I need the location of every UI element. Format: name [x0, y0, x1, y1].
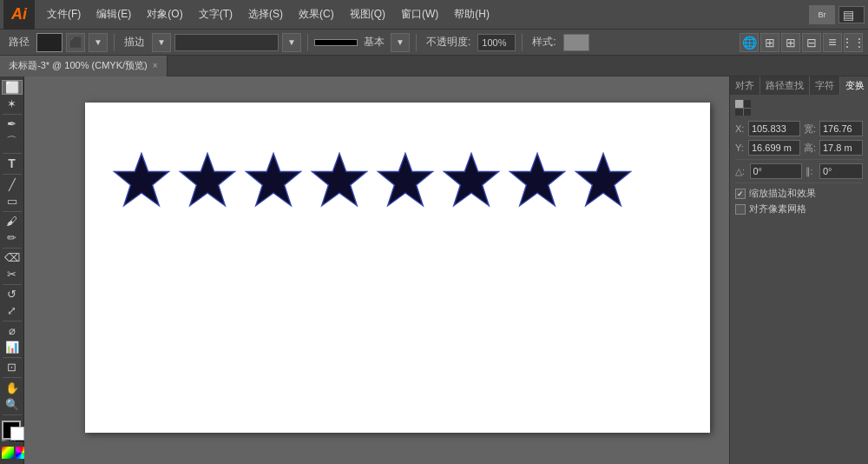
opacity-label: 不透明度: — [423, 35, 474, 50]
opacity-input[interactable]: 100% — [477, 34, 516, 51]
pen-tool[interactable]: ✒ — [2, 116, 23, 131]
stroke-color[interactable] — [10, 427, 24, 441]
menu-edit[interactable]: 编辑(E) — [89, 3, 138, 25]
basic-label: 基本 — [360, 35, 388, 50]
menu-file[interactable]: 文件(F) — [40, 3, 88, 25]
y-row: Y: 高: — [735, 140, 863, 156]
fill-arrow[interactable]: ▼ — [89, 33, 108, 52]
y-input[interactable] — [748, 140, 800, 156]
artboard-tool[interactable]: ⊡ — [2, 360, 23, 375]
pathfinder-tab[interactable]: 路径查找 — [760, 76, 810, 95]
right-panel-tabs: 对齐 路径查找 字符 变换 — [730, 76, 868, 95]
right-panel: 对齐 路径查找 字符 变换 X: 宽: Y: — [729, 76, 868, 464]
selection-tool[interactable]: ⬜ — [2, 80, 23, 95]
stars-container[interactable] — [111, 150, 634, 211]
left-toolbar: ⬜ ✶ ✒ ⌒ T ╱ ▭ 🖌 ✏ ⌫ ✂ ↺ ⤢ ⌀ 📊 ⊡ ✋ 🔍 — [0, 76, 24, 464]
align-pixel-row: 对齐像素网格 — [735, 202, 863, 215]
stroke-arrow2[interactable]: ▼ — [282, 33, 301, 52]
style-label: 样式: — [529, 35, 559, 50]
align-pixel-label: 对齐像素网格 — [749, 202, 806, 215]
zoom-tool[interactable]: 🔍 — [2, 397, 23, 412]
transform-tab[interactable]: 变换 — [840, 76, 868, 95]
line-tool[interactable]: ╱ — [2, 177, 23, 192]
tab-bar: 未标题-3* @ 100% (CMYK/预览) × — [0, 56, 868, 76]
align-pixel-checkbox[interactable] — [735, 204, 746, 215]
x-input[interactable] — [748, 121, 800, 136]
canvas-area[interactable] — [24, 76, 729, 464]
color-swatches — [2, 417, 22, 422]
paintbrush-tool[interactable]: 🖌 — [2, 214, 23, 229]
align-tab[interactable]: 对齐 — [730, 76, 760, 95]
warp-tool[interactable]: ⌀ — [2, 323, 23, 338]
extra-btn2[interactable]: ⋮⋮ — [844, 33, 863, 52]
svg-marker-6 — [510, 154, 565, 206]
stroke-arrow[interactable]: ▼ — [152, 33, 171, 52]
ai-logo: Ai — [3, 0, 35, 30]
svg-marker-3 — [312, 154, 367, 206]
bridge-btn[interactable]: Br — [809, 5, 835, 24]
svg-marker-7 — [576, 154, 631, 206]
menu-effect[interactable]: 效果(C) — [292, 3, 341, 25]
scale-tool[interactable]: ⤢ — [2, 303, 23, 318]
graph-tool[interactable]: 📊 — [2, 340, 23, 355]
direct-selection-tool[interactable]: ✶ — [2, 96, 23, 111]
stroke-width-box[interactable] — [174, 34, 279, 51]
rotate-tool[interactable]: ↺ — [2, 287, 23, 302]
menu-text[interactable]: 文字(T) — [192, 3, 240, 25]
angle-row: △: ∥: — [735, 163, 863, 179]
menu-help[interactable]: 帮助(H) — [447, 3, 496, 25]
star-8[interactable] — [573, 150, 634, 211]
style-box[interactable] — [563, 34, 589, 51]
h-input[interactable] — [819, 140, 863, 156]
color-mode[interactable] — [2, 447, 14, 459]
transform-grid-icon[interactable] — [735, 100, 751, 116]
menu-view[interactable]: 视图(Q) — [343, 3, 392, 25]
star-4[interactable] — [309, 150, 370, 211]
white-canvas — [85, 103, 710, 433]
extra-btn[interactable]: ≡ — [823, 33, 842, 52]
workspace-box[interactable]: ▤ — [838, 6, 865, 23]
scale-stroke-label: 缩放描边和效果 — [749, 187, 816, 200]
scissors-tool[interactable]: ✂ — [2, 267, 23, 282]
svg-marker-4 — [378, 154, 433, 206]
star-5[interactable] — [375, 150, 436, 211]
eraser-tool[interactable]: ⌫ — [2, 250, 23, 265]
svg-marker-2 — [247, 154, 301, 206]
angle-label: △: — [735, 166, 746, 177]
menu-object[interactable]: 对象(O) — [140, 3, 189, 25]
type-tool[interactable]: T — [2, 156, 23, 171]
svg-marker-1 — [181, 154, 235, 206]
fill-icon[interactable]: ⬛ — [66, 33, 85, 52]
world-icon[interactable]: 🌐 — [740, 33, 759, 52]
y-label: Y: — [735, 143, 745, 153]
document-tab[interactable]: 未标题-3* @ 100% (CMYK/预览) × — [0, 56, 168, 76]
path-label: 路径 — [5, 35, 33, 50]
arrange-btn2[interactable]: ⊞ — [781, 33, 800, 52]
grid-btn[interactable]: ⊟ — [802, 33, 821, 52]
shear-input[interactable] — [819, 163, 863, 179]
star-2[interactable] — [177, 150, 238, 211]
star-3[interactable] — [243, 150, 304, 211]
angle-input[interactable] — [750, 163, 802, 179]
arrange-btn1[interactable]: ⊞ — [760, 33, 779, 52]
svg-marker-0 — [115, 154, 169, 206]
menu-select[interactable]: 选择(S) — [241, 3, 290, 25]
pencil-tool[interactable]: ✏ — [2, 230, 23, 245]
menu-items: 文件(F) 编辑(E) 对象(O) 文字(T) 选择(S) 效果(C) 视图(Q… — [40, 3, 496, 25]
rect-tool[interactable]: ▭ — [2, 194, 23, 209]
fill-box[interactable] — [36, 33, 62, 52]
stroke-label: 描边 — [121, 35, 148, 50]
tab-close[interactable]: × — [153, 61, 158, 70]
star-1[interactable] — [111, 150, 172, 211]
star-7[interactable] — [507, 150, 568, 211]
scale-stroke-checkbox[interactable] — [735, 189, 746, 199]
basic-arrow[interactable]: ▼ — [391, 33, 410, 52]
menu-window[interactable]: 窗口(W) — [394, 3, 445, 25]
w-label: 宽: — [804, 123, 816, 136]
character-tab[interactable]: 字符 — [810, 76, 840, 95]
star-6[interactable] — [441, 150, 502, 211]
w-input[interactable] — [819, 121, 863, 136]
hand-tool[interactable]: ✋ — [2, 381, 23, 395]
x-row: X: 宽: — [735, 121, 863, 136]
curvature-tool[interactable]: ⌒ — [2, 133, 23, 150]
